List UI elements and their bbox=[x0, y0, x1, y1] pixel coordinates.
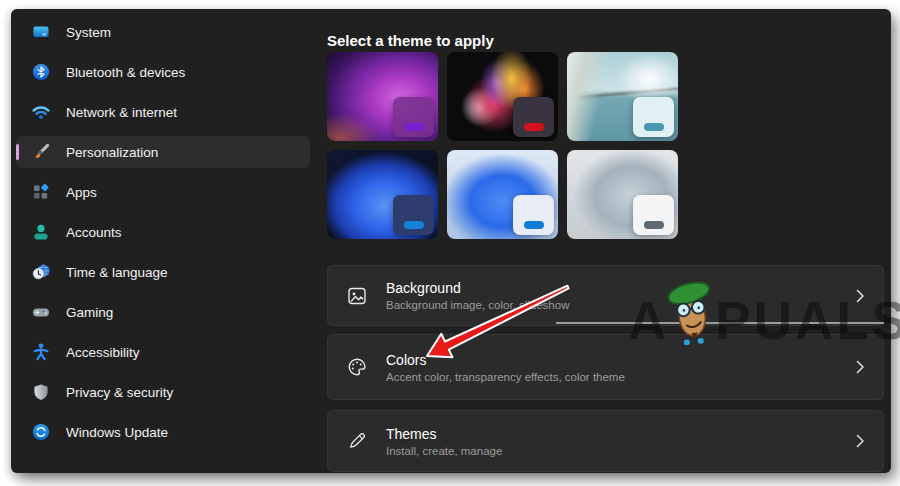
watermark-letters: PUALS bbox=[715, 294, 900, 347]
theme-tile-flower-dark[interactable] bbox=[447, 52, 558, 141]
card-subtitle: Accent color, transparency effects, colo… bbox=[386, 371, 625, 383]
sidebar-item-label: Personalization bbox=[66, 145, 158, 160]
sidebar-item-label: Time & language bbox=[66, 265, 168, 280]
card-subtitle: Background image, color, slideshow bbox=[386, 299, 569, 311]
sidebar-item-personalization[interactable]: Personalization bbox=[16, 136, 310, 168]
gaming-icon bbox=[31, 302, 51, 322]
accounts-icon bbox=[31, 222, 51, 242]
sidebar-item-label: Windows Update bbox=[66, 425, 168, 440]
accessibility-icon bbox=[31, 342, 51, 362]
theme-preview-window bbox=[513, 97, 554, 137]
theme-accent-pill bbox=[524, 221, 544, 229]
theme-preview-window bbox=[513, 195, 554, 235]
theme-accent-pill bbox=[524, 123, 544, 131]
windows-update-icon bbox=[31, 422, 51, 442]
sidebar-item-label: Network & internet bbox=[66, 105, 177, 120]
palette-icon bbox=[346, 356, 368, 378]
sidebar-item-label: Gaming bbox=[66, 305, 113, 320]
sidebar-item-label: System bbox=[66, 25, 111, 40]
theme-tile-purple-glow-dark[interactable] bbox=[327, 52, 438, 141]
sidebar-item-gaming[interactable]: Gaming bbox=[16, 296, 310, 328]
sidebar-item-label: Accounts bbox=[66, 225, 122, 240]
bluetooth-icon bbox=[31, 62, 51, 82]
theme-preview-window bbox=[393, 195, 434, 235]
network-icon bbox=[31, 102, 51, 122]
theme-tile-blue-bloom-light[interactable] bbox=[447, 150, 558, 239]
sidebar-item-bluetooth-devices[interactable]: Bluetooth & devices bbox=[16, 56, 310, 88]
appuals-mascot-icon bbox=[666, 281, 718, 357]
personalization-icon bbox=[31, 142, 51, 162]
sidebar-item-label: Privacy & security bbox=[66, 385, 173, 400]
theme-preview-window bbox=[633, 195, 674, 235]
settings-window: System Bluetooth & devices bbox=[11, 9, 891, 473]
sidebar-item-system[interactable]: System bbox=[16, 16, 310, 48]
theme-tile-blue-bloom-dark[interactable] bbox=[327, 150, 438, 239]
brush-icon bbox=[346, 430, 368, 452]
theme-tile-grid bbox=[327, 52, 678, 239]
appuals-watermark: A PUALS bbox=[628, 294, 900, 370]
card-title: Colors bbox=[386, 352, 625, 368]
card-text: Colors Accent color, transparency effect… bbox=[386, 352, 625, 383]
card-title: Themes bbox=[386, 426, 502, 442]
theme-accent-pill bbox=[644, 123, 664, 131]
chevron-right-icon bbox=[856, 434, 865, 448]
sidebar-item-privacy-security[interactable]: Privacy & security bbox=[16, 376, 310, 408]
sidebar-item-windows-update[interactable]: Windows Update bbox=[16, 416, 310, 448]
selected-accent-bar bbox=[16, 144, 19, 160]
theme-accent-pill bbox=[404, 221, 424, 229]
sidebar-item-accounts[interactable]: Accounts bbox=[16, 216, 310, 248]
card-subtitle: Install, create, manage bbox=[386, 445, 502, 457]
system-icon bbox=[31, 22, 51, 42]
privacy-security-icon bbox=[31, 382, 51, 402]
theme-preview-window bbox=[393, 97, 434, 137]
sidebar-item-apps[interactable]: Apps bbox=[16, 176, 310, 208]
image-icon bbox=[346, 285, 368, 307]
card-text: Background Background image, color, slid… bbox=[386, 280, 569, 311]
page-title: Select a theme to apply bbox=[327, 32, 494, 49]
sidebar-item-time-language[interactable]: Time & language bbox=[16, 256, 310, 288]
card-text: Themes Install, create, manage bbox=[386, 426, 502, 457]
sidebar-item-network-internet[interactable]: Network & internet bbox=[16, 96, 310, 128]
card-title: Background bbox=[386, 280, 569, 296]
theme-tile-sunrise-landscape[interactable] bbox=[567, 52, 678, 141]
sidebar-item-label: Bluetooth & devices bbox=[66, 65, 185, 80]
settings-sidebar: System Bluetooth & devices bbox=[16, 16, 310, 456]
theme-accent-pill bbox=[644, 221, 664, 229]
sidebar-item-accessibility[interactable]: Accessibility bbox=[16, 336, 310, 368]
time-language-icon bbox=[31, 262, 51, 282]
watermark-letter: A bbox=[628, 294, 669, 347]
apps-icon bbox=[31, 182, 51, 202]
themes-settings-card[interactable]: Themes Install, create, manage bbox=[327, 410, 884, 472]
theme-preview-window bbox=[633, 97, 674, 137]
sidebar-item-label: Accessibility bbox=[66, 345, 140, 360]
sidebar-item-label: Apps bbox=[66, 185, 97, 200]
theme-tile-white-bloom-light[interactable] bbox=[567, 150, 678, 239]
theme-accent-pill bbox=[404, 123, 424, 131]
